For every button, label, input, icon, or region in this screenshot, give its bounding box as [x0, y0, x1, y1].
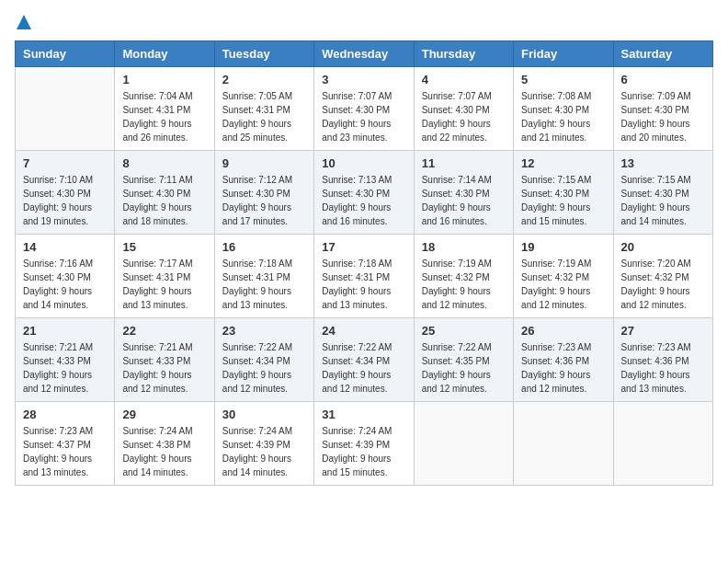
calendar-cell: 26Sunrise: 7:23 AMSunset: 4:36 PMDayligh…	[514, 318, 613, 402]
calendar-cell: 19Sunrise: 7:19 AMSunset: 4:32 PMDayligh…	[514, 235, 613, 318]
day-number: 11	[422, 156, 506, 170]
calendar-cell: 4Sunrise: 7:07 AMSunset: 4:30 PMDaylight…	[414, 67, 513, 151]
day-info: Sunrise: 7:24 AMSunset: 4:39 PMDaylight:…	[322, 424, 405, 479]
calendar-cell: 29Sunrise: 7:24 AMSunset: 4:38 PMDayligh…	[115, 402, 214, 486]
calendar-week-row: 14Sunrise: 7:16 AMSunset: 4:30 PMDayligh…	[16, 235, 713, 318]
day-number: 29	[122, 408, 206, 421]
day-number: 31	[322, 408, 405, 421]
calendar-cell: 8Sunrise: 7:11 AMSunset: 4:30 PMDaylight…	[115, 151, 214, 235]
calendar-cell: 18Sunrise: 7:19 AMSunset: 4:32 PMDayligh…	[414, 235, 513, 318]
calendar-cell: 24Sunrise: 7:22 AMSunset: 4:34 PMDayligh…	[314, 318, 414, 402]
day-info: Sunrise: 7:19 AMSunset: 4:32 PMDaylight:…	[521, 257, 605, 312]
calendar-week-row: 21Sunrise: 7:21 AMSunset: 4:33 PMDayligh…	[16, 318, 713, 402]
day-info: Sunrise: 7:15 AMSunset: 4:30 PMDaylight:…	[521, 173, 605, 228]
day-number: 22	[122, 324, 206, 338]
day-info: Sunrise: 7:09 AMSunset: 4:30 PMDaylight:…	[621, 89, 705, 144]
calendar-cell	[16, 67, 115, 151]
calendar-cell: 25Sunrise: 7:22 AMSunset: 4:35 PMDayligh…	[414, 318, 513, 402]
calendar-cell: 23Sunrise: 7:22 AMSunset: 4:34 PMDayligh…	[214, 318, 313, 402]
day-info: Sunrise: 7:16 AMSunset: 4:30 PMDaylight:…	[23, 257, 107, 312]
day-number: 26	[521, 324, 605, 338]
calendar-cell: 7Sunrise: 7:10 AMSunset: 4:30 PMDaylight…	[16, 151, 115, 235]
day-info: Sunrise: 7:23 AMSunset: 4:37 PMDaylight:…	[23, 424, 107, 479]
weekday-header-wednesday: Wednesday	[314, 41, 414, 67]
day-number: 15	[122, 240, 206, 254]
day-info: Sunrise: 7:21 AMSunset: 4:33 PMDaylight:…	[23, 340, 107, 396]
day-info: Sunrise: 7:19 AMSunset: 4:32 PMDaylight:…	[422, 257, 506, 312]
day-number: 12	[521, 156, 605, 170]
weekday-header-monday: Monday	[115, 41, 214, 67]
day-info: Sunrise: 7:13 AMSunset: 4:30 PMDaylight:…	[322, 173, 405, 228]
weekday-header-friday: Friday	[514, 41, 613, 67]
logo-triangle-icon	[17, 15, 31, 29]
calendar-cell: 10Sunrise: 7:13 AMSunset: 4:30 PMDayligh…	[314, 151, 414, 235]
calendar-cell: 1Sunrise: 7:04 AMSunset: 4:31 PMDaylight…	[115, 67, 214, 151]
weekday-header-tuesday: Tuesday	[214, 41, 313, 67]
day-number: 5	[521, 73, 605, 86]
calendar-week-row: 28Sunrise: 7:23 AMSunset: 4:37 PMDayligh…	[16, 402, 713, 486]
day-number: 8	[122, 156, 206, 170]
calendar-cell: 16Sunrise: 7:18 AMSunset: 4:31 PMDayligh…	[214, 235, 313, 318]
day-info: Sunrise: 7:05 AMSunset: 4:31 PMDaylight:…	[222, 89, 306, 144]
calendar-cell: 3Sunrise: 7:07 AMSunset: 4:30 PMDaylight…	[314, 67, 414, 151]
calendar-cell: 28Sunrise: 7:23 AMSunset: 4:37 PMDayligh…	[16, 402, 115, 486]
calendar-cell: 2Sunrise: 7:05 AMSunset: 4:31 PMDaylight…	[214, 67, 313, 151]
day-info: Sunrise: 7:15 AMSunset: 4:30 PMDaylight:…	[621, 173, 705, 228]
day-info: Sunrise: 7:20 AMSunset: 4:32 PMDaylight:…	[621, 257, 705, 312]
calendar-cell: 11Sunrise: 7:14 AMSunset: 4:30 PMDayligh…	[414, 151, 513, 235]
calendar-cell: 5Sunrise: 7:08 AMSunset: 4:30 PMDaylight…	[514, 67, 613, 151]
calendar-cell: 31Sunrise: 7:24 AMSunset: 4:39 PMDayligh…	[314, 402, 414, 486]
calendar-week-row: 1Sunrise: 7:04 AMSunset: 4:31 PMDaylight…	[16, 67, 713, 151]
day-number: 28	[23, 408, 107, 421]
weekday-header-thursday: Thursday	[414, 41, 513, 67]
header	[15, 15, 713, 29]
day-info: Sunrise: 7:07 AMSunset: 4:30 PMDaylight:…	[322, 89, 405, 144]
day-info: Sunrise: 7:12 AMSunset: 4:30 PMDaylight:…	[222, 173, 306, 228]
day-info: Sunrise: 7:08 AMSunset: 4:30 PMDaylight:…	[521, 89, 605, 144]
day-number: 14	[23, 240, 107, 254]
weekday-header-saturday: Saturday	[613, 41, 712, 67]
calendar-cell	[613, 402, 712, 486]
day-info: Sunrise: 7:07 AMSunset: 4:30 PMDaylight:…	[422, 89, 506, 144]
day-info: Sunrise: 7:04 AMSunset: 4:31 PMDaylight:…	[122, 89, 206, 144]
calendar-cell	[514, 402, 613, 486]
calendar-cell: 12Sunrise: 7:15 AMSunset: 4:30 PMDayligh…	[514, 151, 613, 235]
day-info: Sunrise: 7:22 AMSunset: 4:34 PMDaylight:…	[222, 340, 306, 396]
day-number: 19	[521, 240, 605, 254]
calendar-cell: 14Sunrise: 7:16 AMSunset: 4:30 PMDayligh…	[16, 235, 115, 318]
calendar-cell	[414, 402, 513, 486]
calendar-cell: 9Sunrise: 7:12 AMSunset: 4:30 PMDaylight…	[214, 151, 313, 235]
day-number: 27	[621, 324, 705, 338]
day-number: 2	[222, 73, 306, 86]
weekday-header-sunday: Sunday	[16, 41, 115, 67]
day-info: Sunrise: 7:10 AMSunset: 4:30 PMDaylight:…	[23, 173, 107, 228]
logo	[15, 15, 31, 29]
day-number: 18	[422, 240, 506, 254]
day-number: 10	[322, 156, 405, 170]
day-number: 20	[621, 240, 705, 254]
calendar-cell: 17Sunrise: 7:18 AMSunset: 4:31 PMDayligh…	[314, 235, 414, 318]
day-info: Sunrise: 7:11 AMSunset: 4:30 PMDaylight:…	[122, 173, 206, 228]
day-info: Sunrise: 7:22 AMSunset: 4:34 PMDaylight:…	[322, 340, 405, 396]
calendar-cell: 6Sunrise: 7:09 AMSunset: 4:30 PMDaylight…	[613, 67, 712, 151]
calendar-cell: 22Sunrise: 7:21 AMSunset: 4:33 PMDayligh…	[115, 318, 214, 402]
day-number: 7	[23, 156, 107, 170]
day-number: 23	[222, 324, 306, 338]
calendar-cell: 13Sunrise: 7:15 AMSunset: 4:30 PMDayligh…	[613, 151, 712, 235]
calendar-cell: 27Sunrise: 7:23 AMSunset: 4:36 PMDayligh…	[613, 318, 712, 402]
calendar-cell: 15Sunrise: 7:17 AMSunset: 4:31 PMDayligh…	[115, 235, 214, 318]
calendar-table: SundayMondayTuesdayWednesdayThursdayFrid…	[15, 40, 713, 486]
day-info: Sunrise: 7:18 AMSunset: 4:31 PMDaylight:…	[222, 257, 306, 312]
day-number: 6	[621, 73, 705, 86]
day-number: 30	[222, 408, 306, 421]
day-info: Sunrise: 7:17 AMSunset: 4:31 PMDaylight:…	[122, 257, 206, 312]
weekday-header-row: SundayMondayTuesdayWednesdayThursdayFrid…	[16, 41, 713, 67]
calendar-week-row: 7Sunrise: 7:10 AMSunset: 4:30 PMDaylight…	[16, 151, 713, 235]
day-info: Sunrise: 7:24 AMSunset: 4:38 PMDaylight:…	[122, 424, 206, 479]
day-info: Sunrise: 7:18 AMSunset: 4:31 PMDaylight:…	[322, 257, 405, 312]
calendar-cell: 30Sunrise: 7:24 AMSunset: 4:39 PMDayligh…	[214, 402, 313, 486]
day-number: 3	[322, 73, 405, 86]
day-info: Sunrise: 7:22 AMSunset: 4:35 PMDaylight:…	[422, 340, 506, 396]
day-number: 21	[23, 324, 107, 338]
day-number: 1	[122, 73, 206, 86]
